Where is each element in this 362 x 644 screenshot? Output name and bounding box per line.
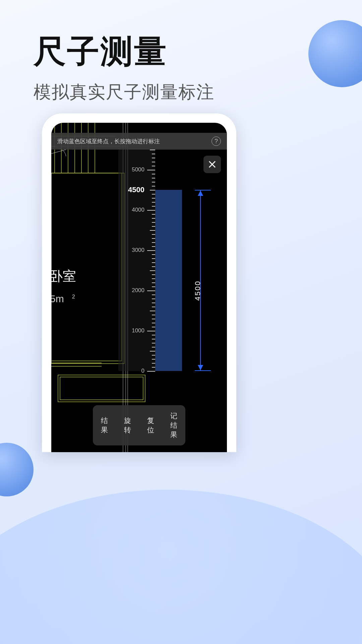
page-subtitle: 模拟真实尺子测量标注 <box>34 80 215 104</box>
app-screen: 卧室 5m2 滑动蓝色区域至终点，长按拖动进行标注 ? 010002000300… <box>51 123 227 452</box>
ruler[interactable]: 0100020003000400050004500 4500 <box>118 150 202 371</box>
room-label: 卧室 <box>51 267 76 285</box>
close-icon <box>208 160 217 169</box>
dimension-indicator: 4500 <box>195 190 205 371</box>
instruction-text: 滑动蓝色区域至终点，长按拖动进行标注 <box>57 138 208 145</box>
decorative-circle-bottom <box>0 443 34 496</box>
ruler-tick-label: 0 <box>141 368 144 374</box>
svg-line-19 <box>51 150 66 154</box>
close-button[interactable] <box>203 156 221 173</box>
reset-button[interactable]: 复位 <box>139 405 162 445</box>
ruler-selection[interactable] <box>155 190 182 371</box>
hero: 尺子测量 模拟真实尺子测量标注 <box>34 30 215 104</box>
ruler-tick-label: 4000 <box>132 207 144 213</box>
record-button[interactable]: 记结果 <box>162 405 185 445</box>
decorative-circle-top <box>308 20 362 87</box>
ruler-tick-label: 2000 <box>132 287 144 294</box>
ruler-current-value: 4500 <box>128 185 144 194</box>
result-button[interactable]: 结果 <box>93 405 116 445</box>
phone-frame: 卧室 5m2 滑动蓝色区域至终点，长按拖动进行标注 ? 010002000300… <box>42 113 236 452</box>
help-icon[interactable]: ? <box>212 137 221 146</box>
ruler-tick-label: 5000 <box>132 166 144 173</box>
svg-rect-14 <box>60 377 143 400</box>
dimension-value: 4500 <box>193 280 202 301</box>
instruction-bar: 滑动蓝色区域至终点，长按拖动进行标注 ? <box>51 133 227 150</box>
arrow-down-icon <box>198 365 203 370</box>
room-area: 5m2 <box>51 293 75 305</box>
ruler-tick-label: 1000 <box>132 327 144 334</box>
decorative-ellipse <box>0 490 362 644</box>
svg-rect-13 <box>58 375 145 402</box>
rotate-button[interactable]: 旋转 <box>116 405 139 445</box>
ruler-scale[interactable]: 0100020003000400050004500 <box>118 150 155 371</box>
page-title: 尺子测量 <box>34 30 215 74</box>
toolbar: 结果 旋转 复位 记结果 <box>93 405 185 445</box>
ruler-tick-label: 3000 <box>132 247 144 254</box>
